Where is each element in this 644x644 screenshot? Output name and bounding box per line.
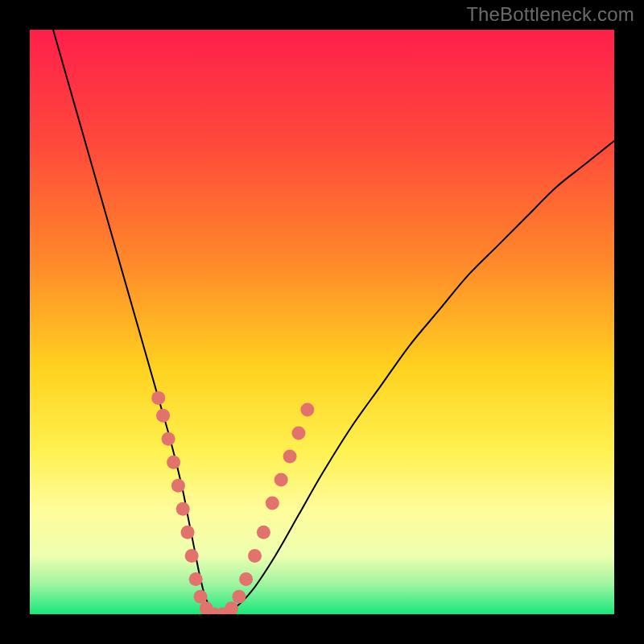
threshold-dot: [193, 590, 207, 604]
chart-svg: [30, 30, 614, 614]
threshold-dot: [176, 502, 190, 516]
watermark-text: TheBottleneck.com: [466, 3, 634, 26]
threshold-dot: [275, 473, 288, 487]
threshold-dot: [232, 590, 246, 604]
threshold-dot: [185, 549, 199, 563]
threshold-dot: [171, 479, 185, 493]
threshold-dot: [167, 456, 180, 469]
threshold-dot: [283, 449, 297, 463]
threshold-dot: [291, 426, 305, 440]
threshold-dot: [151, 391, 165, 405]
threshold-dot: [257, 526, 270, 539]
threshold-dot: [181, 526, 195, 539]
threshold-dot: [156, 409, 170, 423]
threshold-dot: [266, 497, 279, 510]
threshold-dot: [248, 549, 262, 563]
threshold-dot: [300, 402, 314, 416]
outer-frame: TheBottleneck.com: [0, 0, 644, 644]
threshold-dot: [189, 572, 203, 586]
threshold-dot: [162, 432, 175, 446]
plot-area: [30, 30, 614, 614]
gradient-background: [30, 30, 614, 614]
threshold-dot: [239, 572, 253, 586]
